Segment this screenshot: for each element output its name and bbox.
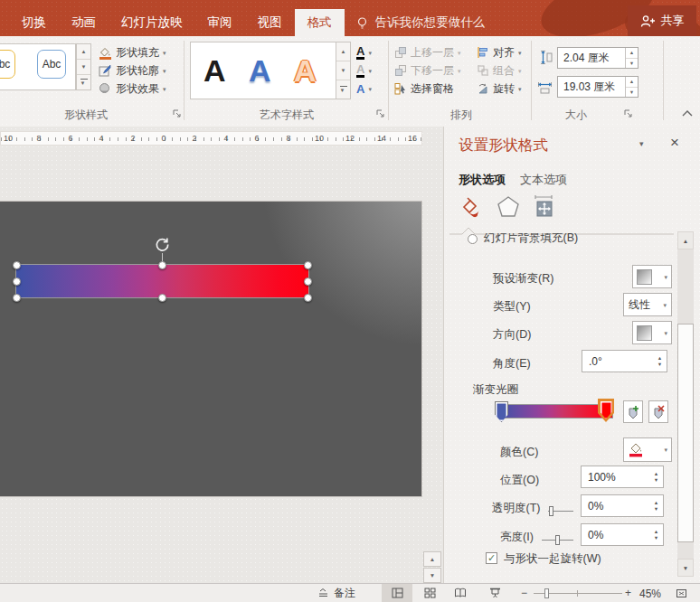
preset-gradients-dropdown[interactable]: ▾ <box>632 265 672 288</box>
text-outline-button[interactable]: A ▾ <box>356 61 372 80</box>
fill-category-icon[interactable] <box>457 193 484 221</box>
resize-handle-s[interactable] <box>158 294 166 302</box>
remove-gradient-stop-button[interactable] <box>648 400 668 423</box>
tab-animations[interactable]: 动画 <box>59 9 109 36</box>
width-spinner[interactable]: ▲ ▼ <box>625 77 638 97</box>
pane-scroll-down-button[interactable]: ▼ <box>677 559 694 577</box>
gallery-up-icon[interactable]: ▲ <box>336 42 350 61</box>
resize-handle-w[interactable] <box>13 277 21 286</box>
wordart-dialog-launcher-icon[interactable] <box>376 109 385 118</box>
view-slide-sorter-button[interactable] <box>416 584 443 602</box>
pane-tab-shape-options[interactable]: 形状选项 <box>459 172 506 188</box>
pane-scrollbar-thumb[interactable] <box>677 324 694 542</box>
gallery-more-icon[interactable]: ▼ <box>336 80 350 99</box>
spin-up-icon[interactable]: ▲ <box>654 501 658 504</box>
brightness-slider-thumb[interactable] <box>555 535 560 545</box>
pane-options-caret-icon[interactable]: ▾ <box>639 139 644 148</box>
radio-slide-background-fill[interactable] <box>468 234 478 244</box>
wordart-sample-black[interactable]: A <box>203 55 226 86</box>
position-spinner[interactable]: ▲ ▼ <box>649 466 663 487</box>
selected-gradient-shape[interactable] <box>16 265 308 297</box>
transparency-field[interactable]: 0% ▲ ▼ <box>581 494 664 517</box>
rotation-handle-icon[interactable] <box>154 236 171 253</box>
spin-up-icon[interactable]: ▲ <box>657 356 662 360</box>
align-button[interactable]: 对齐 ▾ <box>477 43 522 61</box>
text-fill-button[interactable]: A ▾ <box>356 43 372 61</box>
transparency-spinner[interactable]: ▲ ▼ <box>649 495 663 516</box>
spin-down-icon[interactable]: ▼ <box>654 478 658 482</box>
rotate-button[interactable]: 旋转 ▾ <box>477 80 522 98</box>
stop-color-dropdown[interactable]: ▾ <box>623 437 672 462</box>
tab-slideshow[interactable]: 幻灯片放映 <box>109 9 195 36</box>
spin-up-icon[interactable]: ▲ <box>654 472 658 475</box>
share-button[interactable]: 共享 <box>628 5 696 36</box>
resize-handle-e[interactable] <box>304 277 312 286</box>
view-normal-button[interactable] <box>382 584 412 602</box>
fit-slide-to-window-icon[interactable] <box>675 588 688 599</box>
shape-style-tile[interactable]: Abc <box>0 50 15 79</box>
shape-style-tile[interactable]: Abc <box>37 50 66 79</box>
effects-category-icon[interactable] <box>495 193 522 221</box>
pane-scroll-up-button[interactable]: ▲ <box>677 231 694 249</box>
selection-pane-button[interactable]: 选择窗格 <box>394 80 454 98</box>
tab-format[interactable]: 格式 <box>295 9 345 36</box>
rotate-with-shape-checkbox[interactable]: ✓ <box>486 552 497 564</box>
spin-down-icon[interactable]: ▼ <box>626 59 638 69</box>
shape-height-field[interactable]: 2.04 厘米 ▲ ▼ <box>557 47 639 69</box>
brightness-spinner[interactable]: ▲ ▼ <box>649 524 663 545</box>
gallery-up-icon[interactable]: ▲ <box>77 44 90 60</box>
view-reading-button[interactable] <box>447 584 474 602</box>
bring-forward-button[interactable]: 上移一层 ▾ <box>394 43 461 61</box>
gradient-stop-red-selected[interactable] <box>598 399 614 422</box>
text-effects-button[interactable]: A ▾ <box>356 80 372 98</box>
brightness-field[interactable]: 0% ▲ ▼ <box>581 523 664 546</box>
spin-down-icon[interactable]: ▼ <box>654 507 658 511</box>
pane-tab-text-options[interactable]: 文本选项 <box>520 172 567 188</box>
collapse-ribbon-icon[interactable] <box>680 108 695 119</box>
group-button[interactable]: 组合 ▾ <box>477 61 522 80</box>
resize-handle-nw[interactable] <box>13 261 21 269</box>
resize-handle-n[interactable] <box>158 261 166 269</box>
shape-fill-button[interactable]: 形状填充 ▾ <box>98 43 166 61</box>
spin-down-icon[interactable]: ▼ <box>626 88 638 98</box>
tab-view[interactable]: 视图 <box>245 9 295 36</box>
add-gradient-stop-button[interactable] <box>623 400 643 423</box>
gradient-angle-field[interactable]: .0° ▲ ▼ <box>582 350 667 372</box>
send-backward-button[interactable]: 下移一层 ▾ <box>394 61 461 80</box>
gallery-down-icon[interactable]: ▼ <box>77 60 90 75</box>
size-dialog-launcher-icon[interactable] <box>624 109 633 118</box>
gradient-type-dropdown[interactable]: 线性 ▾ <box>623 293 672 316</box>
notes-button[interactable]: 备注 <box>318 584 355 602</box>
wordart-sample-blue[interactable]: A <box>249 55 271 86</box>
tell-me-box[interactable]: 告诉我你想要做什么 <box>345 9 497 36</box>
zoom-in-button[interactable]: + <box>625 587 631 599</box>
resize-handle-ne[interactable] <box>304 261 312 269</box>
slide-canvas[interactable] <box>0 202 421 496</box>
gallery-down-icon[interactable]: ▼ <box>336 61 350 80</box>
size-properties-category-icon[interactable] <box>529 193 558 221</box>
resize-handle-sw[interactable] <box>13 294 21 302</box>
stop-position-field[interactable]: 100% ▲ ▼ <box>581 466 664 488</box>
tab-review[interactable]: 审阅 <box>195 9 245 36</box>
height-spinner[interactable]: ▲ ▼ <box>625 48 638 68</box>
zoom-percentage[interactable]: 45% <box>639 588 661 600</box>
zoom-slider-thumb[interactable] <box>544 588 549 598</box>
pane-close-icon[interactable]: × <box>670 134 679 152</box>
tab-transitions[interactable]: 切换 <box>9 9 59 36</box>
spin-up-icon[interactable]: ▲ <box>626 48 638 59</box>
zoom-out-button[interactable]: − <box>521 587 527 599</box>
spin-down-icon[interactable]: ▼ <box>657 362 662 366</box>
transparency-slider[interactable] <box>548 511 573 512</box>
transparency-slider-thumb[interactable] <box>549 506 553 516</box>
scroll-up-button[interactable]: ▲ <box>423 551 441 567</box>
resize-handle-se[interactable] <box>304 294 312 302</box>
shape-outline-button[interactable]: 形状轮廓 ▾ <box>98 61 166 80</box>
wordart-sample-orange[interactable]: A <box>294 55 317 86</box>
spin-down-icon[interactable]: ▼ <box>654 536 658 540</box>
view-slideshow-button[interactable] <box>481 584 508 602</box>
gallery-more-icon[interactable]: ▼ <box>77 75 90 89</box>
shape-width-field[interactable]: 19.03 厘米 ▲ ▼ <box>557 76 639 98</box>
spin-up-icon[interactable]: ▲ <box>626 77 638 88</box>
shape-effects-button[interactable]: 形状效果 ▾ <box>98 80 166 98</box>
brightness-slider[interactable] <box>542 540 573 541</box>
